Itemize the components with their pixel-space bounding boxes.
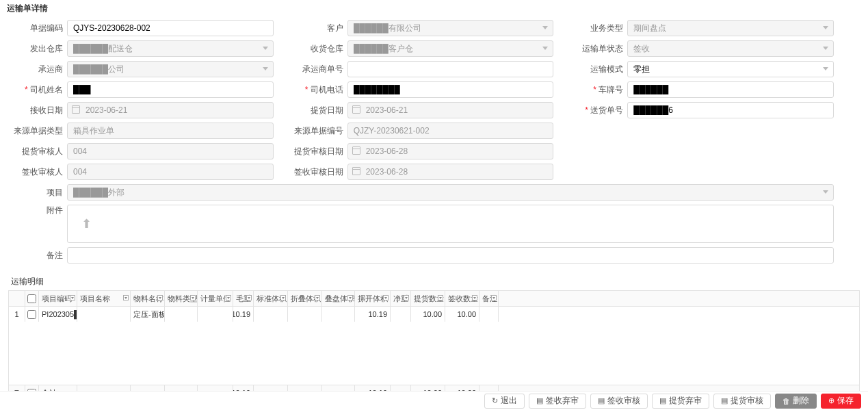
label-remark: 备注 bbox=[14, 250, 67, 261]
cell-std-volume bbox=[254, 307, 288, 322]
label-project: 项目 bbox=[14, 187, 67, 198]
sign-anti-audit-button[interactable]: ▤签收弃审 bbox=[529, 394, 586, 409]
customer-select[interactable] bbox=[347, 20, 554, 36]
col-fold-volume[interactable]: 折叠体积 bbox=[288, 291, 322, 306]
select-all-checkbox[interactable] bbox=[27, 294, 36, 303]
filter-icon[interactable] bbox=[190, 295, 196, 300]
col-gross-weight[interactable]: 毛重 bbox=[233, 291, 254, 306]
filter-icon[interactable] bbox=[472, 295, 477, 300]
label-carrier-bill-no: 承运商单号 bbox=[294, 64, 347, 75]
driver-name-input[interactable] bbox=[67, 81, 274, 98]
upload-area[interactable]: ⬆ bbox=[67, 205, 834, 243]
filter-icon[interactable] bbox=[404, 295, 409, 300]
label-send-wh: 发出仓库 bbox=[14, 43, 67, 55]
upload-icon: ⬆ bbox=[81, 216, 92, 231]
sign-auditor-input bbox=[67, 164, 274, 180]
delete-button[interactable]: 🗑删除 bbox=[775, 394, 817, 409]
project-select[interactable] bbox=[67, 184, 834, 201]
deliv-bill-no-input[interactable] bbox=[627, 102, 834, 118]
cell-gross-weight: 10.19 bbox=[233, 307, 254, 322]
driver-phone-input[interactable] bbox=[347, 81, 554, 98]
filter-icon[interactable] bbox=[157, 295, 163, 300]
pick-date-input[interactable] bbox=[347, 102, 554, 118]
label-bill-no: 单据编码 bbox=[14, 23, 67, 34]
doc-icon: ▤ bbox=[598, 396, 605, 405]
trans-mode-select[interactable] bbox=[627, 61, 834, 77]
cell-material-name: 定压-面板 bbox=[131, 307, 165, 322]
recv-wh-select[interactable] bbox=[347, 40, 554, 57]
src-bill-no-input bbox=[347, 123, 554, 139]
send-wh-select[interactable] bbox=[67, 40, 274, 57]
filter-icon[interactable] bbox=[123, 295, 129, 300]
section-title-lines: 运输明细 bbox=[0, 273, 868, 290]
doc-icon: ▤ bbox=[659, 396, 666, 405]
detail-grid: 项目编码 项目名称 物料名称 物料类型 计量单位 毛重 标准体积 折叠体积 叠盘… bbox=[8, 290, 860, 401]
bill-no-input[interactable] bbox=[67, 20, 274, 36]
remark-input[interactable] bbox=[67, 247, 834, 264]
label-attach: 附件 bbox=[14, 205, 67, 216]
filter-icon[interactable] bbox=[315, 295, 320, 300]
pick-audit-button[interactable]: ▤提货审核 bbox=[713, 394, 771, 409]
label-recv-wh: 收货仓库 bbox=[294, 43, 347, 55]
label-src-bill-type: 来源单据类型 bbox=[14, 125, 67, 137]
col-material-type[interactable]: 物料类型 bbox=[165, 291, 198, 306]
col-index bbox=[9, 291, 25, 306]
cell-project-name bbox=[77, 307, 131, 322]
label-pick-audit-date: 提货审核日期 bbox=[294, 146, 347, 157]
cell-material-type bbox=[165, 307, 198, 322]
col-checkbox bbox=[25, 291, 39, 306]
doc-icon: ▤ bbox=[721, 396, 728, 405]
filter-icon[interactable] bbox=[383, 295, 389, 300]
carrier-bill-no-input[interactable] bbox=[347, 61, 554, 77]
cell-remark bbox=[479, 307, 499, 322]
label-sign-auditor: 签收审核人 bbox=[14, 166, 67, 178]
plate-no-input[interactable] bbox=[627, 81, 834, 98]
grid-header: 项目编码 项目名称 物料名称 物料类型 计量单位 毛重 标准体积 折叠体积 叠盘… bbox=[9, 291, 859, 307]
pick-audit-date-input bbox=[347, 143, 554, 159]
recv-date-input[interactable] bbox=[67, 102, 274, 118]
col-project-code[interactable]: 项目编码 bbox=[39, 291, 77, 306]
pick-anti-audit-button[interactable]: ▤提货弃审 bbox=[652, 394, 709, 409]
col-unit[interactable]: 计量单位 bbox=[198, 291, 233, 306]
label-pick-date: 提货日期 bbox=[294, 105, 347, 116]
grid-body: 1 PI202305██ 定压-面板 10.19 10.19 10.00 10.… bbox=[9, 307, 859, 385]
col-project-name[interactable]: 项目名称 bbox=[77, 291, 131, 306]
filter-icon[interactable] bbox=[438, 295, 443, 300]
filter-icon[interactable] bbox=[226, 295, 231, 300]
label-deliv-bill-no: 送货单号 bbox=[574, 105, 627, 116]
section-title-detail: 运输单详情 bbox=[0, 0, 868, 17]
form-area: 单据编码 客户 业务类型 发出仓库 收货仓库 运输单状态 承运商 bbox=[0, 17, 868, 273]
footer-toolbar: ↻退出 ▤签收弃审 ▤签收审核 ▤提货弃审 ▤提货审核 🗑删除 ⊕保存 bbox=[0, 391, 868, 410]
label-customer: 客户 bbox=[294, 23, 347, 34]
cell-pick-qty: 10.00 bbox=[411, 307, 445, 322]
filter-icon[interactable] bbox=[246, 295, 252, 300]
back-button[interactable]: ↻退出 bbox=[484, 394, 525, 409]
col-std-volume[interactable]: 标准体积 bbox=[254, 291, 288, 306]
cell-project-code: PI202305██ bbox=[39, 307, 77, 322]
cell-unit bbox=[198, 307, 233, 322]
filter-icon[interactable] bbox=[347, 295, 353, 300]
biz-type-select[interactable] bbox=[627, 20, 834, 36]
col-remark[interactable]: 备注 bbox=[479, 291, 499, 306]
col-net-weight[interactable]: 净重 bbox=[391, 291, 411, 306]
filter-icon[interactable] bbox=[70, 295, 75, 300]
filter-icon[interactable] bbox=[280, 295, 286, 300]
filter-icon[interactable] bbox=[491, 295, 497, 300]
trash-icon: 🗑 bbox=[782, 397, 790, 405]
cell-index: 1 bbox=[9, 307, 25, 322]
save-button[interactable]: ⊕保存 bbox=[821, 394, 861, 409]
carrier-select[interactable] bbox=[67, 61, 274, 77]
pick-auditor-input bbox=[67, 143, 274, 159]
table-row[interactable]: 1 PI202305██ 定压-面板 10.19 10.19 10.00 10.… bbox=[9, 307, 859, 322]
col-spread-volume[interactable]: 摞开体积 bbox=[355, 291, 391, 306]
col-sign-qty[interactable]: 签收数量 bbox=[445, 291, 479, 306]
label-recv-date: 接收日期 bbox=[14, 105, 67, 116]
col-pick-qty[interactable]: 提货数量 bbox=[411, 291, 445, 306]
sign-audit-button[interactable]: ▤签收审核 bbox=[590, 394, 648, 409]
label-biz-type: 业务类型 bbox=[574, 23, 627, 34]
src-bill-type-input bbox=[67, 123, 274, 139]
row-checkbox[interactable] bbox=[27, 310, 36, 319]
col-material-name[interactable]: 物料名称 bbox=[131, 291, 165, 306]
trans-status-select[interactable] bbox=[627, 40, 834, 57]
col-stack-volume[interactable]: 叠盘体积 bbox=[322, 291, 355, 306]
